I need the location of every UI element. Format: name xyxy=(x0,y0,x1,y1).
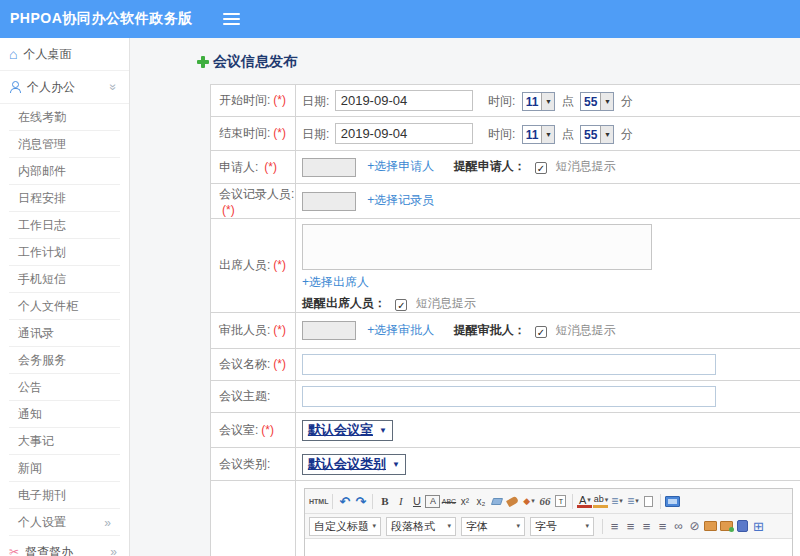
sidebar-item-label: 个人桌面 xyxy=(23,46,117,63)
sidebar-item-personal-desktop[interactable]: ⌂ 个人桌面 xyxy=(0,38,129,71)
end-date-input[interactable] xyxy=(335,123,473,144)
align-justify-icon[interactable]: ≡ xyxy=(655,517,670,535)
hour-unit: 点 xyxy=(562,94,574,108)
start-hour-select[interactable]: 11▼ xyxy=(522,92,556,111)
sidebar-item-label: 督查督办 xyxy=(25,544,104,556)
align-left-icon[interactable]: ≡ xyxy=(607,517,622,535)
heading-select[interactable]: 自定义标题▾ xyxy=(309,517,381,536)
align-right-icon[interactable]: ≡ xyxy=(639,517,654,535)
select-recorder-link[interactable]: +选择记录员 xyxy=(367,193,434,207)
insert-table-icon[interactable]: ⊞ xyxy=(751,517,766,535)
paint-format-icon[interactable]: ◆▾ xyxy=(521,492,536,510)
bold-icon[interactable]: B xyxy=(377,492,392,510)
sidebar-item-online-attendance[interactable]: 在线考勤 xyxy=(0,104,129,131)
meeting-room-label: 会议室:(*) xyxy=(211,413,296,448)
new-page-icon[interactable] xyxy=(641,492,656,510)
insert-image-icon[interactable] xyxy=(703,517,718,535)
sidebar-item-major-events[interactable]: 大事记 xyxy=(0,428,129,455)
sidebar-item-notice[interactable]: 通知 xyxy=(0,401,129,428)
sidebar-item-sms[interactable]: 手机短信 xyxy=(0,266,129,293)
format-brush-icon[interactable] xyxy=(505,492,520,510)
sidebar-item-e-journal[interactable]: 电子期刊 xyxy=(0,482,129,509)
sidebar-item-personal-files[interactable]: 个人文件柜 xyxy=(0,293,129,320)
minute-unit: 分 xyxy=(621,94,633,108)
paragraph-format-select[interactable]: 段落格式▾ xyxy=(386,517,456,536)
sidebar-item-label: 个人办公 xyxy=(27,79,104,96)
hamburger-menu-icon[interactable] xyxy=(223,10,240,28)
sidebar-item-personal-office[interactable]: 个人办公 » xyxy=(0,71,129,104)
html-source-button[interactable]: HTML xyxy=(309,492,328,510)
unordered-list-icon[interactable]: ≡▾ xyxy=(625,492,640,510)
end-hour-select[interactable]: 11▼ xyxy=(522,125,556,144)
remove-link-icon[interactable]: ⊘ xyxy=(687,517,702,535)
sidebar-submenu: 在线考勤 消息管理 内部邮件 日程安排 工作日志 工作计划 手机短信 个人文件柜… xyxy=(0,104,129,536)
sidebar-item-supervision[interactable]: ✂ 督查督办 » xyxy=(0,536,129,556)
eraser-icon[interactable] xyxy=(489,492,504,510)
time-label: 时间: xyxy=(488,127,515,141)
sms-checkbox[interactable]: ✓ xyxy=(535,326,547,338)
editor-label-cell xyxy=(211,481,296,556)
meeting-form: 开始时间:(*) 日期: 时间: 11▼ 点 55▼ 分 结束时间:(*) 日期… xyxy=(210,84,800,556)
subscript-icon[interactable]: x₂ xyxy=(473,492,488,510)
dropdown-arrow-icon: ▼ xyxy=(600,93,613,110)
underline-icon[interactable]: U xyxy=(409,492,424,510)
select-approver-link[interactable]: +选择审批人 xyxy=(367,323,434,337)
font-size-select[interactable]: 字号▾ xyxy=(530,517,594,536)
meeting-room-select[interactable]: 默认会议室▼ xyxy=(302,420,393,441)
start-time-label: 开始时间:(*) xyxy=(211,85,296,117)
sidebar-item-schedule[interactable]: 日程安排 xyxy=(0,185,129,212)
sidebar-item-personal-settings[interactable]: 个人设置 » xyxy=(0,509,129,536)
redo-icon[interactable]: ↷ xyxy=(353,492,368,510)
sms-checkbox[interactable]: ✓ xyxy=(395,299,407,311)
meeting-name-input[interactable] xyxy=(302,354,716,375)
font-family-select[interactable]: 字体▾ xyxy=(461,517,525,536)
superscript-icon[interactable]: x² xyxy=(457,492,472,510)
start-date-input[interactable] xyxy=(335,90,473,111)
font-color-icon[interactable]: A▾ xyxy=(577,494,592,508)
sidebar-item-work-plan[interactable]: 工作计划 xyxy=(0,239,129,266)
applicant-input[interactable] xyxy=(302,158,356,177)
sidebar-item-announcement[interactable]: 公告 xyxy=(0,374,129,401)
sidebar-item-message-management[interactable]: 消息管理 xyxy=(0,131,129,158)
italic-icon[interactable]: I xyxy=(393,492,408,510)
select-attendee-link[interactable]: +选择出席人 xyxy=(302,275,369,289)
sidebar-item-contacts[interactable]: 通讯录 xyxy=(0,320,129,347)
end-minute-select[interactable]: 55▼ xyxy=(580,125,614,144)
meeting-category-select[interactable]: 默认会议类别▼ xyxy=(302,454,406,475)
start-minute-select[interactable]: 55▼ xyxy=(580,92,614,111)
sms-checkbox[interactable]: ✓ xyxy=(535,162,547,174)
attendee-textarea[interactable] xyxy=(302,224,652,270)
required-marker: (*) xyxy=(222,203,235,217)
editor-content-area[interactable] xyxy=(305,539,792,556)
minute-unit: 分 xyxy=(621,127,633,141)
fullscreen-icon[interactable] xyxy=(665,492,680,510)
recorder-input[interactable] xyxy=(302,192,356,211)
required-marker: (*) xyxy=(273,93,286,107)
insert-link-icon[interactable]: ∞ xyxy=(671,517,686,535)
font-style-icon[interactable]: A xyxy=(425,495,440,508)
meeting-name-label: 会议名称:(*) xyxy=(211,349,296,381)
blockquote-icon[interactable]: 66 xyxy=(537,492,552,510)
sidebar-item-work-log[interactable]: 工作日志 xyxy=(0,212,129,239)
required-marker: (*) xyxy=(273,126,286,140)
editor-toolbar-row1: HTML ↶ ↷ B I U A ABC x² x₂ xyxy=(305,489,792,514)
app-title: PHPOA协同办公软件政务版 xyxy=(0,10,193,28)
meeting-subject-input[interactable] xyxy=(302,386,716,407)
sidebar-item-internal-mail[interactable]: 内部邮件 xyxy=(0,158,129,185)
dropdown-arrow-icon: ▼ xyxy=(541,93,554,110)
paste-icon[interactable]: T xyxy=(553,492,568,510)
strikethrough-icon[interactable]: ABC xyxy=(441,492,456,510)
sidebar-item-conference-service[interactable]: 会务服务 xyxy=(0,347,129,374)
sidebar-item-news[interactable]: 新闻 xyxy=(0,455,129,482)
dropdown-arrow-icon: ▼ xyxy=(392,460,400,469)
undo-icon[interactable]: ↶ xyxy=(337,492,352,510)
person-icon xyxy=(9,81,21,93)
dropdown-arrow-icon: ▼ xyxy=(600,126,613,143)
upload-image-icon[interactable] xyxy=(719,517,734,535)
insert-media-icon[interactable] xyxy=(735,517,750,535)
highlight-color-icon[interactable]: ab▾ xyxy=(593,495,608,508)
approver-input[interactable] xyxy=(302,321,356,340)
ordered-list-icon[interactable]: ≡▾ xyxy=(609,492,624,510)
select-applicant-link[interactable]: +选择申请人 xyxy=(367,159,434,173)
align-center-icon[interactable]: ≡ xyxy=(623,517,638,535)
